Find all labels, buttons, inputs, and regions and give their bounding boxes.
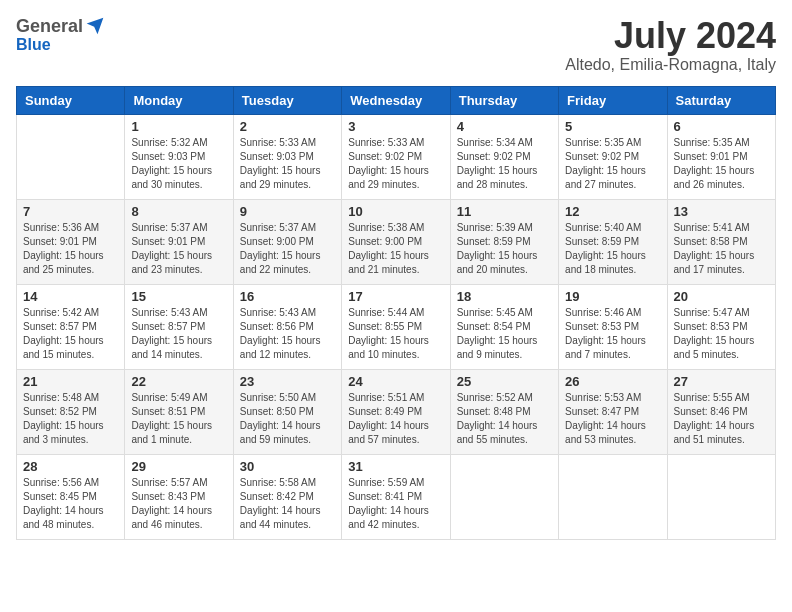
day-info: Sunrise: 5:32 AM Sunset: 9:03 PM Dayligh… — [131, 136, 226, 192]
day-number: 4 — [457, 119, 552, 134]
day-info: Sunrise: 5:43 AM Sunset: 8:57 PM Dayligh… — [131, 306, 226, 362]
day-number: 26 — [565, 374, 660, 389]
calendar-cell: 22Sunrise: 5:49 AM Sunset: 8:51 PM Dayli… — [125, 369, 233, 454]
calendar-cell: 16Sunrise: 5:43 AM Sunset: 8:56 PM Dayli… — [233, 284, 341, 369]
day-number: 30 — [240, 459, 335, 474]
calendar-cell — [559, 454, 667, 539]
day-number: 6 — [674, 119, 769, 134]
day-info: Sunrise: 5:48 AM Sunset: 8:52 PM Dayligh… — [23, 391, 118, 447]
calendar-cell: 5Sunrise: 5:35 AM Sunset: 9:02 PM Daylig… — [559, 114, 667, 199]
day-number: 12 — [565, 204, 660, 219]
day-info: Sunrise: 5:36 AM Sunset: 9:01 PM Dayligh… — [23, 221, 118, 277]
calendar-cell — [450, 454, 558, 539]
title-section: July 2024 Altedo, Emilia-Romagna, Italy — [565, 16, 776, 74]
day-number: 1 — [131, 119, 226, 134]
calendar-header-tuesday: Tuesday — [233, 86, 341, 114]
logo-general-text: General — [16, 17, 83, 35]
day-number: 19 — [565, 289, 660, 304]
calendar-cell: 11Sunrise: 5:39 AM Sunset: 8:59 PM Dayli… — [450, 199, 558, 284]
day-info: Sunrise: 5:37 AM Sunset: 9:00 PM Dayligh… — [240, 221, 335, 277]
calendar-cell: 9Sunrise: 5:37 AM Sunset: 9:00 PM Daylig… — [233, 199, 341, 284]
calendar-cell: 4Sunrise: 5:34 AM Sunset: 9:02 PM Daylig… — [450, 114, 558, 199]
calendar-cell: 10Sunrise: 5:38 AM Sunset: 9:00 PM Dayli… — [342, 199, 450, 284]
day-number: 22 — [131, 374, 226, 389]
calendar-week-row: 28Sunrise: 5:56 AM Sunset: 8:45 PM Dayli… — [17, 454, 776, 539]
day-number: 15 — [131, 289, 226, 304]
calendar-cell: 3Sunrise: 5:33 AM Sunset: 9:02 PM Daylig… — [342, 114, 450, 199]
day-info: Sunrise: 5:35 AM Sunset: 9:02 PM Dayligh… — [565, 136, 660, 192]
location-title: Altedo, Emilia-Romagna, Italy — [565, 56, 776, 74]
calendar-cell — [17, 114, 125, 199]
page-header: General Blue July 2024 Altedo, Emilia-Ro… — [16, 16, 776, 74]
calendar-cell: 20Sunrise: 5:47 AM Sunset: 8:53 PM Dayli… — [667, 284, 775, 369]
calendar-cell: 29Sunrise: 5:57 AM Sunset: 8:43 PM Dayli… — [125, 454, 233, 539]
day-info: Sunrise: 5:39 AM Sunset: 8:59 PM Dayligh… — [457, 221, 552, 277]
day-number: 8 — [131, 204, 226, 219]
day-info: Sunrise: 5:46 AM Sunset: 8:53 PM Dayligh… — [565, 306, 660, 362]
calendar-cell: 23Sunrise: 5:50 AM Sunset: 8:50 PM Dayli… — [233, 369, 341, 454]
day-number: 21 — [23, 374, 118, 389]
day-info: Sunrise: 5:42 AM Sunset: 8:57 PM Dayligh… — [23, 306, 118, 362]
day-number: 5 — [565, 119, 660, 134]
logo: General Blue — [16, 16, 105, 54]
logo-blue-text: Blue — [16, 36, 51, 53]
calendar-week-row: 1Sunrise: 5:32 AM Sunset: 9:03 PM Daylig… — [17, 114, 776, 199]
day-info: Sunrise: 5:40 AM Sunset: 8:59 PM Dayligh… — [565, 221, 660, 277]
day-number: 17 — [348, 289, 443, 304]
day-number: 16 — [240, 289, 335, 304]
day-info: Sunrise: 5:33 AM Sunset: 9:03 PM Dayligh… — [240, 136, 335, 192]
day-number: 3 — [348, 119, 443, 134]
calendar-cell: 12Sunrise: 5:40 AM Sunset: 8:59 PM Dayli… — [559, 199, 667, 284]
calendar-cell: 19Sunrise: 5:46 AM Sunset: 8:53 PM Dayli… — [559, 284, 667, 369]
day-info: Sunrise: 5:59 AM Sunset: 8:41 PM Dayligh… — [348, 476, 443, 532]
day-info: Sunrise: 5:55 AM Sunset: 8:46 PM Dayligh… — [674, 391, 769, 447]
calendar-week-row: 21Sunrise: 5:48 AM Sunset: 8:52 PM Dayli… — [17, 369, 776, 454]
calendar-header-wednesday: Wednesday — [342, 86, 450, 114]
day-info: Sunrise: 5:57 AM Sunset: 8:43 PM Dayligh… — [131, 476, 226, 532]
day-info: Sunrise: 5:45 AM Sunset: 8:54 PM Dayligh… — [457, 306, 552, 362]
day-number: 9 — [240, 204, 335, 219]
calendar-cell: 26Sunrise: 5:53 AM Sunset: 8:47 PM Dayli… — [559, 369, 667, 454]
day-info: Sunrise: 5:51 AM Sunset: 8:49 PM Dayligh… — [348, 391, 443, 447]
calendar-header-sunday: Sunday — [17, 86, 125, 114]
month-title: July 2024 — [565, 16, 776, 56]
day-info: Sunrise: 5:49 AM Sunset: 8:51 PM Dayligh… — [131, 391, 226, 447]
day-info: Sunrise: 5:47 AM Sunset: 8:53 PM Dayligh… — [674, 306, 769, 362]
day-info: Sunrise: 5:38 AM Sunset: 9:00 PM Dayligh… — [348, 221, 443, 277]
day-info: Sunrise: 5:44 AM Sunset: 8:55 PM Dayligh… — [348, 306, 443, 362]
day-info: Sunrise: 5:58 AM Sunset: 8:42 PM Dayligh… — [240, 476, 335, 532]
calendar-header-saturday: Saturday — [667, 86, 775, 114]
calendar-cell: 27Sunrise: 5:55 AM Sunset: 8:46 PM Dayli… — [667, 369, 775, 454]
calendar-cell: 25Sunrise: 5:52 AM Sunset: 8:48 PM Dayli… — [450, 369, 558, 454]
calendar-table: SundayMondayTuesdayWednesdayThursdayFrid… — [16, 86, 776, 540]
calendar-week-row: 14Sunrise: 5:42 AM Sunset: 8:57 PM Dayli… — [17, 284, 776, 369]
calendar-header-thursday: Thursday — [450, 86, 558, 114]
calendar-cell: 28Sunrise: 5:56 AM Sunset: 8:45 PM Dayli… — [17, 454, 125, 539]
calendar-header-monday: Monday — [125, 86, 233, 114]
calendar-cell: 17Sunrise: 5:44 AM Sunset: 8:55 PM Dayli… — [342, 284, 450, 369]
day-number: 13 — [674, 204, 769, 219]
day-number: 11 — [457, 204, 552, 219]
day-number: 20 — [674, 289, 769, 304]
calendar-cell: 18Sunrise: 5:45 AM Sunset: 8:54 PM Dayli… — [450, 284, 558, 369]
calendar-cell: 24Sunrise: 5:51 AM Sunset: 8:49 PM Dayli… — [342, 369, 450, 454]
calendar-cell: 31Sunrise: 5:59 AM Sunset: 8:41 PM Dayli… — [342, 454, 450, 539]
day-number: 31 — [348, 459, 443, 474]
day-number: 27 — [674, 374, 769, 389]
calendar-cell: 8Sunrise: 5:37 AM Sunset: 9:01 PM Daylig… — [125, 199, 233, 284]
calendar-week-row: 7Sunrise: 5:36 AM Sunset: 9:01 PM Daylig… — [17, 199, 776, 284]
day-number: 14 — [23, 289, 118, 304]
calendar-cell: 6Sunrise: 5:35 AM Sunset: 9:01 PM Daylig… — [667, 114, 775, 199]
day-info: Sunrise: 5:41 AM Sunset: 8:58 PM Dayligh… — [674, 221, 769, 277]
day-info: Sunrise: 5:35 AM Sunset: 9:01 PM Dayligh… — [674, 136, 769, 192]
day-number: 2 — [240, 119, 335, 134]
calendar-cell: 2Sunrise: 5:33 AM Sunset: 9:03 PM Daylig… — [233, 114, 341, 199]
calendar-cell: 21Sunrise: 5:48 AM Sunset: 8:52 PM Dayli… — [17, 369, 125, 454]
day-number: 24 — [348, 374, 443, 389]
day-info: Sunrise: 5:34 AM Sunset: 9:02 PM Dayligh… — [457, 136, 552, 192]
day-number: 28 — [23, 459, 118, 474]
day-number: 29 — [131, 459, 226, 474]
day-info: Sunrise: 5:33 AM Sunset: 9:02 PM Dayligh… — [348, 136, 443, 192]
calendar-header-row: SundayMondayTuesdayWednesdayThursdayFrid… — [17, 86, 776, 114]
logo-bird-icon — [85, 16, 105, 36]
